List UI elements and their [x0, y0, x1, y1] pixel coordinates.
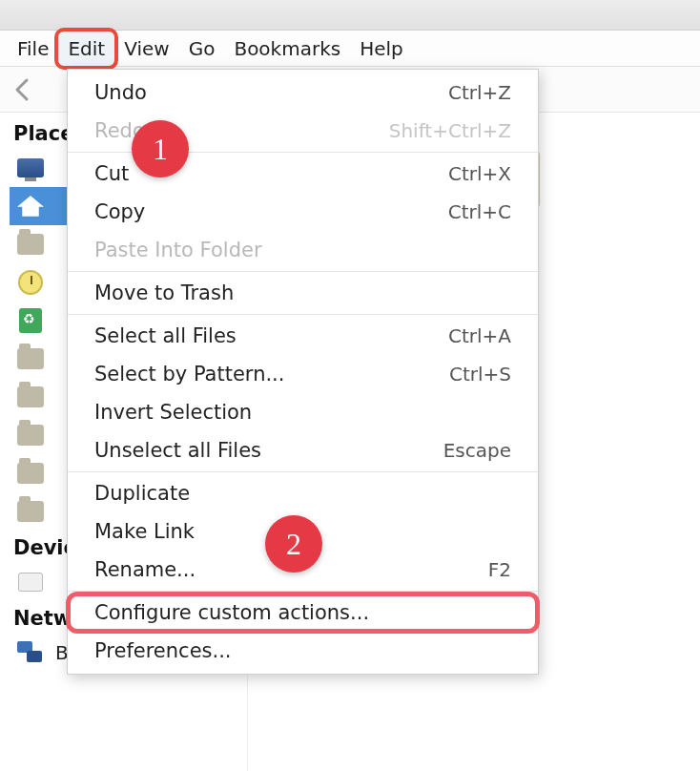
menu-item-label: Invert Selection: [94, 401, 252, 424]
menu-item-label: Rename...: [94, 558, 196, 581]
menu-item-select-by-pattern[interactable]: Select by Pattern... Ctrl+S: [68, 355, 538, 393]
menu-item-label: Undo: [94, 81, 147, 104]
menu-item-shortcut: Shift+Ctrl+Z: [389, 119, 511, 142]
menu-separator: [68, 591, 538, 592]
menu-item-label: Unselect all Files: [94, 439, 261, 462]
menu-item-label: Configure custom actions...: [94, 601, 369, 624]
menu-item-shortcut: F2: [488, 558, 511, 581]
trash-icon: [15, 307, 46, 334]
menu-item-copy[interactable]: Copy Ctrl+C: [68, 193, 538, 231]
menu-item-shortcut: Ctrl+C: [448, 200, 511, 223]
menu-item-shortcut: Ctrl+S: [449, 363, 511, 386]
clock-icon: [15, 269, 46, 296]
window-titlebar: [0, 0, 700, 31]
menu-item-label: Duplicate: [94, 482, 190, 505]
menu-item-shortcut: Ctrl+A: [448, 324, 511, 347]
menu-item-label: Preferences...: [94, 639, 232, 662]
menu-item-label: Cut: [94, 162, 129, 185]
menu-item-unselect-all-files[interactable]: Unselect all Files Escape: [68, 431, 538, 469]
menu-item-shortcut: Ctrl+Z: [448, 81, 511, 104]
folder-icon: [15, 460, 46, 487]
callout-2: 2: [265, 515, 322, 573]
menu-item-label: Select all Files: [94, 324, 237, 347]
folder-icon: [15, 345, 46, 372]
home-icon: [15, 193, 46, 219]
menu-item-label: Make Link: [94, 520, 195, 543]
folder-icon: [15, 384, 46, 410]
menu-item-invert-selection[interactable]: Invert Selection: [68, 393, 538, 431]
menu-separator: [68, 471, 538, 472]
folder-icon: [15, 422, 46, 448]
menu-help[interactable]: Help: [350, 31, 413, 66]
menu-item-duplicate[interactable]: Duplicate: [68, 474, 538, 512]
menu-separator: [68, 271, 538, 272]
menu-item-shortcut: Escape: [443, 439, 511, 462]
menu-item-label: Move to Trash: [94, 281, 234, 304]
menu-item-label: Paste Into Folder: [94, 239, 262, 261]
callout-1: 1: [132, 120, 189, 177]
menu-item-label: Copy: [94, 200, 145, 223]
menu-item-undo[interactable]: Undo Ctrl+Z: [68, 73, 538, 112]
back-button[interactable]: [13, 76, 32, 103]
menu-item-select-all-files[interactable]: Select all Files Ctrl+A: [68, 317, 538, 355]
folder-icon: [15, 498, 46, 525]
menu-item-preferences[interactable]: Preferences...: [68, 632, 538, 670]
menu-edit[interactable]: Edit: [58, 31, 114, 66]
menubar: File Edit View Go Bookmarks Help: [0, 31, 700, 67]
menu-item-paste-into-folder: Paste Into Folder: [68, 231, 538, 269]
menu-go[interactable]: Go: [179, 31, 225, 66]
menu-bookmarks[interactable]: Bookmarks: [224, 31, 350, 66]
network-icon: [15, 639, 46, 666]
menu-view[interactable]: View: [114, 31, 178, 66]
menu-file[interactable]: File: [8, 31, 58, 66]
menu-item-label: Select by Pattern...: [94, 363, 284, 386]
computer-icon: [15, 155, 46, 181]
menu-item-move-to-trash[interactable]: Move to Trash: [68, 274, 538, 312]
disk-icon: [15, 569, 46, 595]
menu-item-shortcut: Ctrl+X: [448, 162, 511, 185]
menu-item-configure-custom-actions[interactable]: Configure custom actions...: [68, 594, 538, 632]
menu-separator: [68, 314, 538, 315]
folder-icon: [15, 231, 46, 258]
